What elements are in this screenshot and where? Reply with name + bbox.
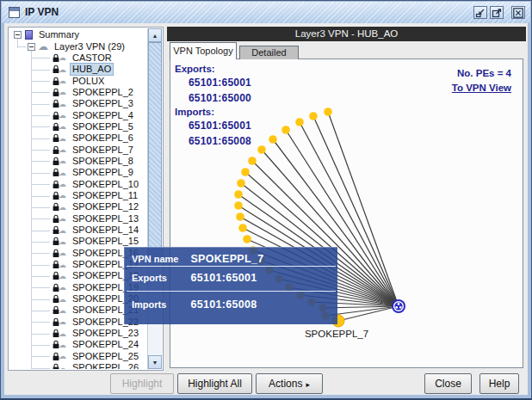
tree-item-label[interactable]: CASTOR [71,52,114,64]
exports-value: 65101:65000 [189,91,251,107]
tree-expander-icon[interactable] [14,31,22,39]
topology-node[interactable] [281,126,290,134]
scrollbar-up-icon: ▲ [152,33,158,39]
tree-item-spokeppl-26[interactable]: ☁SPOKEPPL_26 [10,362,146,369]
topology-node[interactable] [295,118,304,126]
tree-item-label[interactable]: SPOKEPPL_15 [71,236,140,247]
tree-item-hub-ao[interactable]: ☁HUB_AO [10,64,146,75]
cloud-icon: ☁ [59,157,66,164]
topology-node[interactable] [237,179,245,188]
tree-item-spokeppl-14[interactable]: ☁SPOKEPPL_14 [10,225,146,236]
tooltip-label: Exports [132,273,187,283]
tree-item-label[interactable]: SPOKEPPL_6 [71,132,135,144]
scrollbar-up-button[interactable]: ▲ [148,28,162,42]
tree-item-label[interactable]: SPOKEPPL_3 [71,98,135,109]
topology-node[interactable] [309,112,318,120]
tree-item-spokeppl-13[interactable]: ☁SPOKEPPL_13 [10,213,146,225]
topology-node[interactable] [257,145,266,154]
window-icon [9,7,20,18]
tree-item-spokeppl-23[interactable]: ☁SPOKEPPL_23 [10,328,146,339]
tree-item-spokeppl-4[interactable]: ☁SPOKEPPL_4 [10,109,146,120]
tree-item-spokeppl-3[interactable]: ☁SPOKEPPL_3 [10,98,146,109]
to-vpn-view-link[interactable]: To VPN View [452,83,511,93]
tree-item-spokeppl-8[interactable]: ☁SPOKEPPL_8 [10,156,146,167]
tree-item-label[interactable]: SPOKEPPL_8 [71,156,135,167]
tree-item-spokeppl-9[interactable]: ☁SPOKEPPL_9 [10,167,146,178]
lock-cloud-icon: ☁ [52,180,66,189]
tree-item-label[interactable]: SPOKEPPL_11 [71,190,139,201]
tree-item-spokeppl-2[interactable]: ☁SPOKEPPL_2 [10,87,146,98]
title-bar[interactable]: IP VPN [2,2,530,23]
cloud-icon: ☁ [59,135,66,142]
tree-item-label[interactable]: HUB_AO [71,64,113,75]
tooltip-value: 65101:65008 [190,298,257,311]
topology-node[interactable] [248,157,257,165]
tree-item-label[interactable]: SPOKEPPL_4 [71,110,135,121]
tree-item-spokeppl-7[interactable]: ☁SPOKEPPL_7 [10,144,146,155]
tree-item-polux[interactable]: ☁POLUX [10,75,146,86]
tree-item-spokeppl-15[interactable]: ☁SPOKEPPL_15 [10,236,146,247]
tree-item-label[interactable]: SPOKEPPL_12 [71,201,140,212]
tree-expander-icon[interactable] [28,43,35,51]
tree-item-label[interactable]: SPOKEPPL_13 [71,213,140,225]
tree-item-spokeppl-11[interactable]: ☁SPOKEPPL_11 [10,190,146,201]
scrollbar-down-button[interactable]: ▼ [148,355,162,369]
cloud-icon: ☁ [59,307,66,314]
cloud-icon: ☁ [59,342,66,348]
tree-item-spokeppl-12[interactable]: ☁SPOKEPPL_12 [10,201,146,212]
topology-node[interactable] [238,224,247,232]
cloud-icon: ☁ [59,227,66,234]
tree-item-castor[interactable]: ☁CASTOR [10,52,146,64]
tree-item-summary[interactable]: Summary [10,29,146,40]
tree-item-spokeppl-10[interactable]: ☁SPOKEPPL_10 [10,178,146,189]
actions-button[interactable]: Actions▸ [256,373,323,394]
node-tooltip: VPN name SPOKEPPL_7 Exports 65101:65001 … [124,247,337,324]
tab-detailed[interactable]: Detailed [239,46,299,59]
tree-item-label[interactable]: POLUX [71,76,106,87]
topology-node[interactable] [234,190,243,199]
help-button[interactable]: Help [479,373,519,394]
tree-item-label[interactable]: SPOKEPPL_2 [71,87,135,98]
maximize-button[interactable] [490,6,504,19]
tree-item-label[interactable]: Summary [37,29,81,40]
highlight-all-button[interactable]: Highlight All [177,373,252,394]
cloud-icon: ☁ [59,123,66,130]
cloud-icon: ☁ [59,353,66,360]
lock-cloud-icon: ☁ [52,329,66,338]
tab-vpn-topology[interactable]: VPN Topology [170,42,237,59]
tree-item-label[interactable]: SPOKEPPL_14 [71,225,140,236]
topology-node[interactable] [241,168,250,176]
tree-item-spokeppl-24[interactable]: ☁SPOKEPPL_24 [10,339,146,350]
tree-item-layer3-vpn-29-[interactable]: ☁Layer3 VPN (29) [10,40,146,52]
lock-cloud-icon: ☁ [52,122,66,132]
close-button[interactable]: Close [424,373,472,394]
topology-node[interactable] [236,212,244,221]
tree-item-spokeppl-5[interactable]: ☁SPOKEPPL_5 [10,121,146,132]
tree-item-label[interactable]: SPOKEPPL_24 [71,339,140,350]
route-targets-block: Exports: 65101:65001 65101:65000 Imports… [175,63,251,149]
tree-item-label[interactable]: Layer3 VPN (29) [53,41,127,52]
tree-item-spokeppl-25[interactable]: ☁SPOKEPPL_25 [10,351,146,362]
cloud-icon: ☁ [59,66,66,73]
topology-node[interactable] [243,235,251,243]
scrollbar-thumb[interactable] [148,42,162,261]
topology-node[interactable] [324,108,332,116]
close-window-button[interactable] [511,6,525,19]
tree-item-label[interactable]: SPOKEPPL_25 [71,351,140,362]
cloud-icon: ☁ [59,181,66,188]
tree-item-spokeppl-6[interactable]: ☁SPOKEPPL_6 [10,132,146,144]
tree-item-label[interactable]: SPOKEPPL_10 [71,179,140,190]
cloud-icon: ☁ [59,215,66,222]
cloud-icon: ☁ [59,249,66,256]
tree-item-label[interactable]: SPOKEPPL_9 [71,167,135,178]
exports-value: 65101:65001 [189,76,251,91]
tree-item-label[interactable]: SPOKEPPL_26 [71,362,140,369]
topology-node[interactable] [234,201,243,210]
minimize-button[interactable] [473,6,487,19]
tree-item-label[interactable]: SPOKEPPL_23 [71,328,140,339]
topology-node[interactable] [269,135,277,144]
tree-item-label[interactable]: SPOKEPPL_5 [71,121,135,132]
hub-node[interactable] [392,299,405,313]
tree-item-label[interactable]: SPOKEPPL_7 [71,145,135,156]
cloud-icon: ☁ [59,296,66,303]
